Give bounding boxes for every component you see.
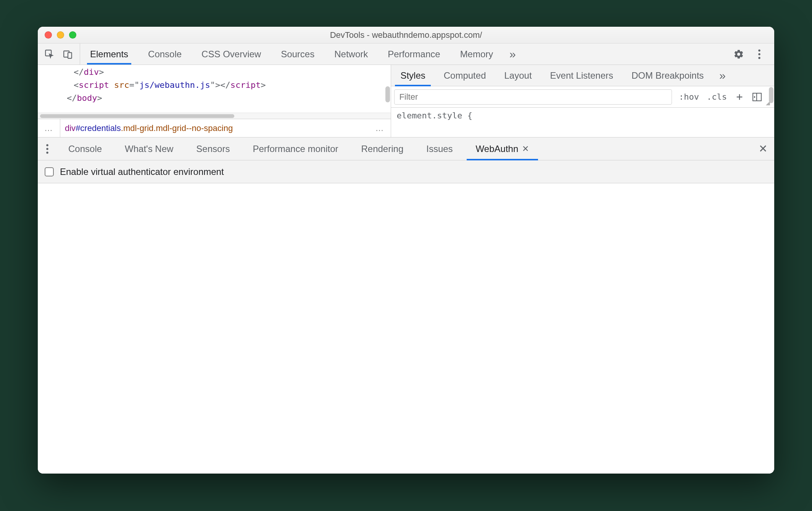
drawer-tab-rendering[interactable]: Rendering [350, 137, 415, 160]
styles-tabs-overflow[interactable]: » [713, 65, 732, 86]
breadcrumb-current[interactable]: div#credentials.mdl-grid.mdl-grid--no-sp… [60, 123, 237, 133]
vertical-scrollbar[interactable] [385, 86, 390, 102]
device-toggle-icon[interactable] [62, 49, 74, 60]
drawer-tab-webauthn[interactable]: WebAuthn ✕ [464, 137, 541, 160]
styles-tab-dom-breakpoints[interactable]: DOM Breakpoints [622, 65, 713, 86]
close-window-button[interactable] [45, 31, 52, 39]
new-style-rule-icon[interactable] [733, 91, 746, 103]
drawer-tab-console[interactable]: Console [57, 137, 113, 160]
styles-tab-event-listeners[interactable]: Event Listeners [541, 65, 622, 86]
svg-rect-2 [68, 52, 72, 58]
dom-tree[interactable]: </div><script src="js/webauthn.js"></scr… [38, 65, 391, 113]
drawer-kebab-icon[interactable] [38, 137, 57, 160]
hov-toggle[interactable]: :hov [675, 92, 703, 102]
breadcrumb: … div#credentials.mdl-grid.mdl-grid--no-… [38, 119, 391, 137]
webauthn-body [38, 183, 774, 474]
element-style-rule[interactable]: element.style { [391, 108, 774, 123]
computed-sidebar-toggle-icon[interactable] [751, 91, 764, 103]
drawer-tab-issues[interactable]: Issues [415, 137, 464, 160]
titlebar: DevTools - webauthndemo.appspot.com/ [38, 27, 774, 44]
svg-marker-10 [754, 96, 756, 98]
svg-point-13 [46, 152, 48, 154]
drawer-tab-performance-monitor[interactable]: Performance monitor [241, 137, 350, 160]
webauthn-toolbar: Enable virtual authenticator environment [38, 160, 774, 183]
styles-tab-bar: Styles Computed Layout Event Listeners D… [391, 65, 774, 86]
settings-gear-icon[interactable] [733, 49, 744, 60]
tab-memory[interactable]: Memory [450, 44, 503, 65]
inspect-toggle-group [38, 44, 80, 65]
main-tabs-overflow[interactable]: » [503, 44, 522, 65]
drawer-close-icon[interactable]: ✕ [751, 137, 774, 160]
window-title: DevTools - webauthndemo.appspot.com/ [38, 30, 774, 40]
breadcrumb-prev[interactable]: … [38, 123, 60, 133]
styles-toolbar: :hov .cls ◢ [391, 86, 774, 108]
close-tab-icon[interactable]: ✕ [522, 144, 529, 154]
elements-dom-pane[interactable]: </div><script src="js/webauthn.js"></scr… [38, 65, 391, 137]
select-element-icon[interactable] [44, 49, 55, 60]
svg-point-11 [46, 144, 48, 146]
svg-point-12 [46, 148, 48, 150]
drawer-tab-sensors[interactable]: Sensors [185, 137, 241, 160]
tab-css-overview[interactable]: CSS Overview [192, 44, 271, 65]
styles-vertical-scrollbar[interactable] [769, 87, 773, 103]
minimize-window-button[interactable] [57, 31, 64, 39]
svg-point-5 [758, 57, 760, 59]
styles-tab-styles[interactable]: Styles [391, 65, 434, 86]
tab-elements[interactable]: Elements [80, 44, 138, 65]
main-tab-bar: Elements Console CSS Overview Sources Ne… [38, 44, 774, 65]
svg-point-4 [758, 53, 760, 55]
styles-pane: Styles Computed Layout Event Listeners D… [391, 65, 774, 137]
svg-point-3 [758, 49, 760, 51]
horizontal-scrollbar-thumb[interactable] [40, 114, 234, 118]
styles-tab-computed[interactable]: Computed [435, 65, 495, 86]
zoom-window-button[interactable] [69, 31, 76, 39]
main-tabs: Elements Console CSS Overview Sources Ne… [80, 44, 724, 65]
drawer-tab-webauthn-label: WebAuthn [476, 144, 519, 154]
enable-virtual-authenticator-checkbox[interactable] [45, 167, 54, 176]
tab-network[interactable]: Network [324, 44, 378, 65]
breadcrumb-tag: div [65, 123, 76, 133]
breadcrumb-id: #credentials [76, 123, 121, 133]
elements-styles-split: </div><script src="js/webauthn.js"></scr… [38, 65, 774, 137]
styles-filter-input[interactable] [394, 89, 672, 105]
breadcrumb-classes: .mdl-grid.mdl-grid--no-spacing [121, 123, 233, 133]
devtools-window: DevTools - webauthndemo.appspot.com/ Ele… [38, 27, 774, 474]
enable-virtual-authenticator-label: Enable virtual authenticator environment [60, 167, 224, 177]
tab-performance[interactable]: Performance [378, 44, 450, 65]
drawer-tab-bar: Console What's New Sensors Performance m… [38, 137, 774, 160]
cls-toggle[interactable]: .cls [703, 92, 731, 102]
tab-console[interactable]: Console [138, 44, 192, 65]
styles-tab-layout[interactable]: Layout [495, 65, 541, 86]
drawer-tab-whats-new[interactable]: What's New [113, 137, 185, 160]
traffic-lights [45, 31, 76, 39]
main-tab-actions [724, 44, 774, 65]
kebab-menu-icon[interactable] [754, 49, 765, 60]
tab-sources[interactable]: Sources [271, 44, 324, 65]
horizontal-scrollbar-track[interactable] [38, 113, 391, 119]
breadcrumb-next[interactable]: … [369, 123, 391, 133]
